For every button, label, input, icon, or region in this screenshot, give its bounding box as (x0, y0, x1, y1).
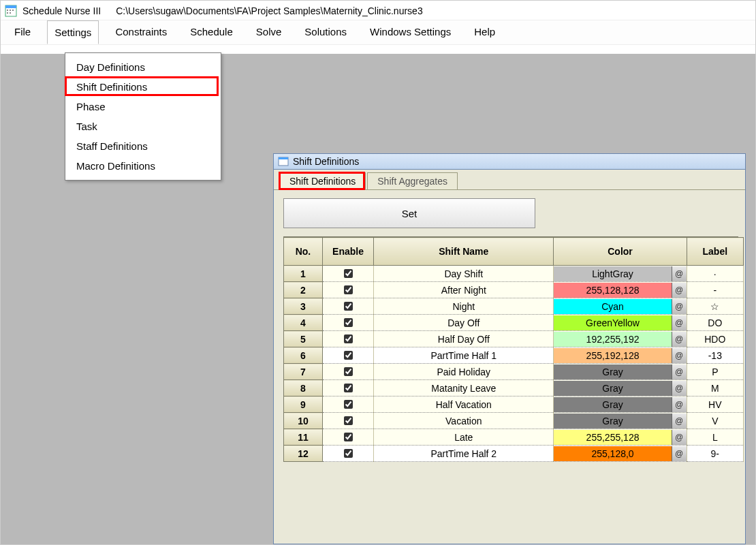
table-row: 11Late255,255,128@L (284, 429, 744, 446)
row-number[interactable]: 11 (284, 429, 323, 446)
color-picker-button[interactable]: @ (672, 299, 687, 314)
enable-cell (322, 364, 373, 380)
tab-shift-aggregates[interactable]: Shift Aggregates (367, 172, 458, 189)
shift-name-cell[interactable]: Paid Holiday (374, 364, 554, 380)
shift-name-cell[interactable]: PartTime Half 1 (374, 347, 554, 364)
row-number[interactable]: 6 (284, 347, 323, 364)
color-picker-button[interactable]: @ (672, 348, 687, 363)
enable-checkbox[interactable] (344, 285, 353, 294)
color-label: 255,128,0 (554, 446, 671, 461)
color-picker-button[interactable]: @ (672, 381, 687, 396)
color-picker-button[interactable]: @ (672, 446, 687, 461)
row-number[interactable]: 9 (284, 396, 323, 413)
dropdown-item-shift-definitions[interactable]: Shift Definitions (65, 77, 221, 97)
menu-item-constraints[interactable]: Constraints (108, 20, 174, 44)
color-label: 255,255,128 (554, 430, 671, 445)
color-cell: Gray@ (554, 380, 687, 396)
dropdown-item-task[interactable]: Task (65, 116, 221, 136)
label-cell[interactable]: V (687, 413, 743, 429)
row-number[interactable]: 4 (284, 315, 323, 331)
shift-name-cell[interactable]: Late (374, 429, 554, 446)
menu-item-windows-settings[interactable]: Windows Settings (363, 20, 458, 44)
label-cell[interactable]: HDO (687, 331, 743, 347)
label-cell[interactable]: ☆ (687, 298, 743, 315)
menu-item-solutions[interactable]: Solutions (298, 20, 353, 44)
enable-checkbox[interactable] (344, 416, 353, 425)
panel-title: Shift Definitions (293, 156, 359, 167)
row-number[interactable]: 7 (284, 364, 323, 380)
table-row: 1Day ShiftLightGray@· (284, 266, 744, 282)
shift-name-cell[interactable]: Day Shift (374, 266, 554, 282)
label-cell[interactable]: L (687, 429, 743, 446)
row-number[interactable]: 2 (284, 282, 323, 298)
col-no[interactable]: No. (284, 238, 323, 266)
shift-name-cell[interactable]: Day Off (374, 315, 554, 331)
row-number[interactable]: 1 (284, 266, 323, 282)
dropdown-item-day-definitions[interactable]: Day Definitions (65, 57, 221, 77)
dropdown-item-staff-definitions[interactable]: Staff Definitions (65, 136, 221, 156)
shift-name-cell[interactable]: After Night (374, 282, 554, 298)
color-cell: GreenYellow@ (554, 315, 687, 331)
panel-titlebar[interactable]: Shift Definitions (274, 154, 745, 170)
table-row: 2After Night255,128,128@- (284, 282, 744, 298)
label-cell[interactable]: - (687, 282, 743, 298)
enable-checkbox[interactable] (344, 367, 353, 376)
color-label: Cyan (554, 299, 671, 314)
row-number[interactable]: 3 (284, 298, 323, 315)
color-picker-button[interactable]: @ (672, 414, 687, 429)
menu-item-schedule[interactable]: Schedule (183, 20, 240, 44)
enable-checkbox[interactable] (344, 302, 353, 311)
enable-cell (322, 282, 373, 298)
shift-name-cell[interactable]: Half Vacation (374, 396, 554, 413)
color-picker-button[interactable]: @ (672, 266, 687, 281)
row-number[interactable]: 12 (284, 446, 323, 462)
enable-checkbox[interactable] (344, 269, 353, 278)
col-enable[interactable]: Enable (322, 238, 373, 266)
set-button[interactable]: Set (283, 198, 535, 228)
svg-rect-8 (279, 157, 288, 159)
table-row: 5Half Day Off192,255,192@HDO (284, 331, 744, 347)
label-cell[interactable]: P (687, 364, 743, 380)
color-picker-button[interactable]: @ (672, 283, 687, 298)
menu-item-file[interactable]: File (7, 20, 37, 44)
menu-item-settings[interactable]: Settings (47, 20, 99, 44)
settings-dropdown: Day DefinitionsShift DefinitionsPhaseTas… (65, 52, 221, 181)
shift-name-cell[interactable]: Matanity Leave (374, 380, 554, 396)
row-number[interactable]: 8 (284, 380, 323, 396)
color-picker-button[interactable]: @ (672, 332, 687, 347)
label-cell[interactable]: · (687, 266, 743, 282)
label-cell[interactable]: 9- (687, 446, 743, 462)
enable-checkbox[interactable] (344, 318, 353, 327)
row-number[interactable]: 5 (284, 331, 323, 347)
menu-item-help[interactable]: Help (467, 20, 502, 44)
row-number[interactable]: 10 (284, 413, 323, 429)
enable-checkbox[interactable] (344, 384, 353, 392)
enable-checkbox[interactable] (344, 449, 353, 458)
panel-body: Set No.EnableShift NameColorLabel 1Day S… (274, 189, 745, 466)
enable-checkbox[interactable] (344, 351, 353, 360)
enable-cell (322, 315, 373, 331)
label-cell[interactable]: M (687, 380, 743, 396)
col-color[interactable]: Color (554, 238, 687, 266)
shift-name-cell[interactable]: Vacation (374, 413, 554, 429)
col-label[interactable]: Label (687, 238, 743, 266)
col-shift-name[interactable]: Shift Name (374, 238, 554, 266)
shift-name-cell[interactable]: Night (374, 298, 554, 315)
tab-shift-definitions[interactable]: Shift Definitions (279, 172, 366, 189)
enable-checkbox[interactable] (344, 400, 353, 409)
enable-checkbox[interactable] (344, 433, 353, 441)
color-label: Gray (554, 364, 671, 379)
color-picker-button[interactable]: @ (672, 364, 687, 379)
label-cell[interactable]: DO (687, 315, 743, 331)
shift-name-cell[interactable]: Half Day Off (374, 331, 554, 347)
color-picker-button[interactable]: @ (672, 315, 687, 330)
dropdown-item-macro-definitions[interactable]: Macro Definitions (65, 156, 221, 176)
dropdown-item-phase[interactable]: Phase (65, 97, 221, 116)
shift-name-cell[interactable]: PartTime Half 2 (374, 446, 554, 462)
label-cell[interactable]: HV (687, 396, 743, 413)
menu-item-solve[interactable]: Solve (249, 20, 289, 44)
enable-checkbox[interactable] (344, 334, 353, 343)
color-picker-button[interactable]: @ (672, 397, 687, 412)
color-picker-button[interactable]: @ (672, 430, 687, 445)
label-cell[interactable]: -13 (687, 347, 743, 364)
